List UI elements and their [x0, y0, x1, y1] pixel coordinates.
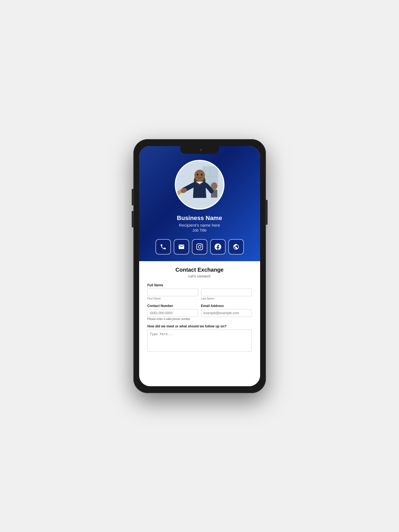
- full-name-label: Full Name: [147, 283, 252, 287]
- volume-down-button: [132, 211, 133, 227]
- followup-label: How did we meet or what should we follow…: [147, 324, 252, 328]
- email-label: Email Address: [201, 304, 252, 308]
- business-name: Business Name: [177, 215, 222, 222]
- card-header: Business Name Recipient's name here Job …: [139, 146, 260, 261]
- first-name-label: First Name: [147, 297, 198, 300]
- first-name-input[interactable]: [147, 289, 198, 296]
- globe-button[interactable]: [228, 239, 244, 255]
- contact-number-input[interactable]: [147, 309, 198, 317]
- email-button[interactable]: [174, 239, 189, 255]
- recipient-name: Recipient's name here: [179, 223, 220, 227]
- social-icons-row: [155, 239, 244, 255]
- notch: [180, 146, 219, 154]
- power-button: [266, 200, 268, 225]
- contact-number-label: Contact Number: [147, 304, 198, 308]
- phone-screen: Business Name Recipient's name here Job …: [139, 146, 260, 386]
- contact-number-col: Contact Number Please enter a valid phon…: [147, 304, 198, 321]
- contact-email-section: Contact Number Please enter a valid phon…: [147, 304, 252, 321]
- volume-up-button: [132, 189, 133, 205]
- profile-photo: [175, 160, 224, 210]
- email-input[interactable]: [201, 309, 252, 317]
- form-subtitle: Let's connect!: [147, 274, 252, 278]
- followup-section: How did we meet or what should we follow…: [147, 324, 252, 353]
- first-name-col: First Name: [147, 289, 198, 300]
- last-name-input[interactable]: [201, 289, 252, 296]
- job-title: Job Title: [192, 228, 207, 232]
- full-name-section: Full Name First Name Last Name: [147, 283, 252, 300]
- svg-point-7: [194, 170, 205, 181]
- last-name-label: Last Name: [201, 297, 252, 300]
- phone-button[interactable]: [155, 239, 171, 255]
- svg-point-9: [201, 174, 202, 176]
- last-name-col: Last Name: [201, 289, 252, 300]
- instagram-button[interactable]: [192, 239, 207, 255]
- camera: [200, 149, 202, 151]
- contact-form-area: Contact Exchange Let's connect! Full Nam…: [139, 261, 260, 386]
- svg-point-8: [197, 174, 198, 176]
- phone-device: Business Name Recipient's name here Job …: [133, 139, 266, 393]
- form-title: Contact Exchange: [147, 267, 252, 273]
- facebook-button[interactable]: [210, 239, 226, 255]
- followup-textarea[interactable]: [147, 330, 252, 352]
- email-col: Email Address: [201, 304, 252, 321]
- name-row: First Name Last Name: [147, 289, 252, 300]
- contact-email-row: Contact Number Please enter a valid phon…: [147, 304, 252, 321]
- contact-error: Please enter a valid phone number.: [147, 317, 198, 321]
